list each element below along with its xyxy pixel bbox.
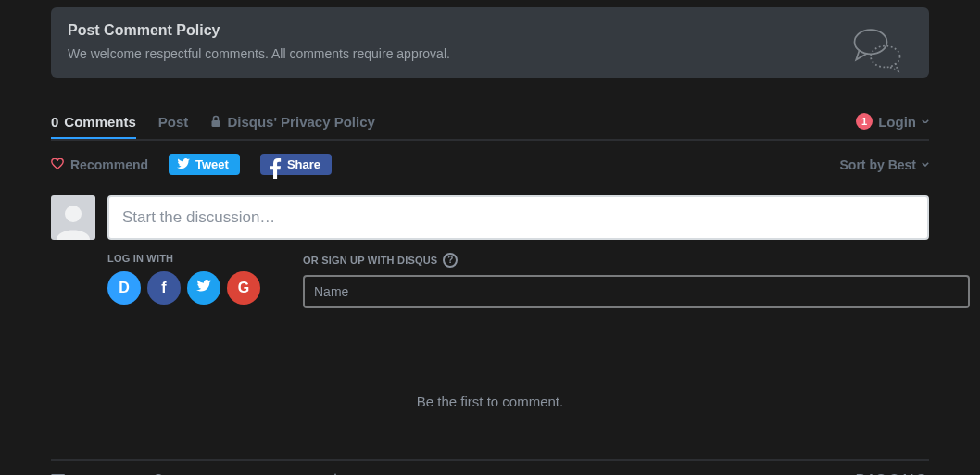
tab-comments-label: Comments bbox=[64, 114, 136, 130]
login-disqus-button[interactable]: D bbox=[107, 271, 141, 305]
tab-privacy[interactable]: Disqus' Privacy Policy bbox=[210, 114, 374, 137]
svg-rect-2 bbox=[212, 120, 220, 127]
login-google-button[interactable]: G bbox=[227, 271, 260, 305]
chevron-down-icon bbox=[922, 161, 929, 169]
disqus-icon: D bbox=[119, 280, 130, 296]
recommend-button[interactable]: Recommend bbox=[51, 157, 148, 172]
twitter-icon bbox=[196, 280, 211, 296]
lock-icon bbox=[210, 115, 221, 128]
login-facebook-button[interactable]: f bbox=[147, 271, 181, 305]
tweet-label: Tweet bbox=[195, 157, 229, 171]
login-label: Login bbox=[878, 114, 916, 130]
empty-state: Be the first to comment. bbox=[51, 394, 929, 409]
notification-badge: 1 bbox=[856, 113, 873, 130]
policy-title: Post Comment Policy bbox=[68, 22, 912, 39]
share-label: Share bbox=[287, 157, 320, 171]
signup-disqus-text: OR SIGN UP WITH DISQUS bbox=[303, 255, 437, 266]
recommend-label: Recommend bbox=[70, 157, 148, 172]
tab-community[interactable]: Post bbox=[158, 114, 189, 137]
facebook-icon: f bbox=[161, 280, 166, 296]
google-icon: G bbox=[238, 280, 249, 296]
chevron-down-icon bbox=[922, 118, 929, 125]
login-menu[interactable]: 1 Login bbox=[856, 113, 929, 137]
avatar bbox=[51, 195, 95, 240]
login-twitter-button[interactable] bbox=[187, 271, 220, 305]
facebook-icon bbox=[269, 158, 282, 171]
chat-bubbles-icon bbox=[851, 24, 903, 76]
name-input[interactable] bbox=[303, 275, 970, 308]
share-button[interactable]: Share bbox=[260, 154, 332, 175]
policy-text: We welcome respectful comments. All comm… bbox=[68, 46, 912, 61]
login-with-label: LOG IN WITH bbox=[107, 253, 260, 264]
tab-comments[interactable]: 0 Comments bbox=[51, 114, 136, 139]
comments-count: 0 bbox=[51, 114, 58, 130]
sort-label: Sort by Best bbox=[840, 157, 916, 172]
help-icon[interactable]: ? bbox=[443, 253, 458, 268]
actions-bar: Recommend Tweet Share Sort by Best bbox=[51, 154, 929, 175]
compose-row: Start the discussion… bbox=[51, 195, 929, 240]
twitter-icon bbox=[177, 158, 190, 171]
comment-policy-banner: Post Comment Policy We welcome respectfu… bbox=[51, 7, 929, 78]
tab-bar: 0 Comments Post Disqus' Privacy Policy 1… bbox=[51, 111, 929, 141]
sort-menu[interactable]: Sort by Best bbox=[840, 157, 929, 172]
comment-input[interactable]: Start the discussion… bbox=[107, 195, 929, 240]
signup-disqus-label: OR SIGN UP WITH DISQUS ? bbox=[303, 253, 970, 268]
footer-bar: Subscribe Add Disqus to your site Do Not… bbox=[51, 459, 929, 475]
tab-privacy-label: Disqus' Privacy Policy bbox=[227, 114, 374, 130]
tab-community-label: Post bbox=[158, 114, 189, 130]
heart-icon bbox=[51, 158, 64, 171]
signup-row: LOG IN WITH D f G OR SIGN UP WITH DISQUS… bbox=[107, 253, 929, 308]
svg-point-3 bbox=[65, 206, 82, 222]
tweet-button[interactable]: Tweet bbox=[169, 154, 240, 175]
